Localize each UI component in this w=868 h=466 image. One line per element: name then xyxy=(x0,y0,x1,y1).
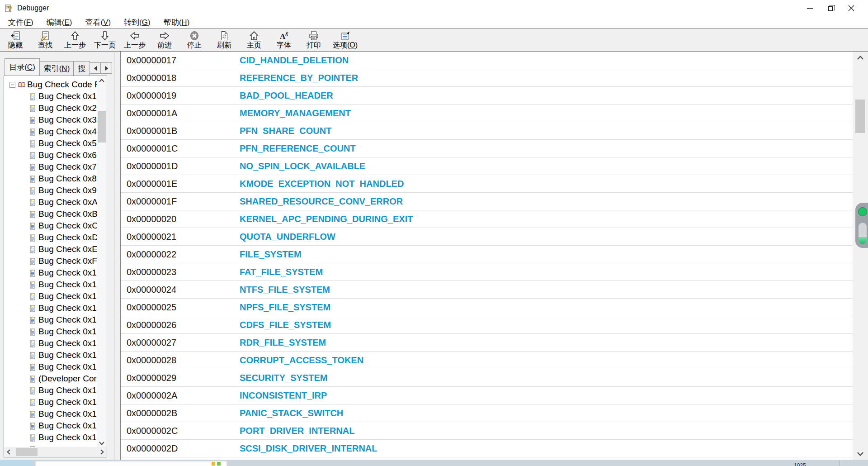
toolbar-button-arrow-down[interactable]: 下一页 xyxy=(92,29,118,51)
tree-scroll-up-button[interactable] xyxy=(97,76,107,85)
bugcheck-name-link[interactable]: SHARED_RESOURCE_CONV_ERROR xyxy=(240,196,403,207)
bugcheck-name-link[interactable]: FAT_FILE_SYSTEM xyxy=(240,267,323,277)
tab-scroll-left-button[interactable] xyxy=(90,62,101,74)
tree-item[interactable]: Bug Check 0xC: M xyxy=(9,220,97,232)
sidebar-tab-3[interactable]: 搜 xyxy=(74,61,90,76)
menu-item-2[interactable]: 编辑(E) xyxy=(42,16,77,29)
bugcheck-name-link[interactable]: KERNEL_APC_PENDING_DURING_EXIT xyxy=(240,214,413,224)
bugcheck-name-link[interactable]: PFN_SHARE_COUNT xyxy=(240,126,331,136)
tree-item[interactable]: Bug Check 0x9: II xyxy=(9,185,97,196)
menu-item-5[interactable]: 帮助(H) xyxy=(159,16,194,29)
bugcheck-name-link[interactable]: NTFS_FILE_SYSTEM xyxy=(240,285,330,295)
toolbar-button-print[interactable]: 打印 xyxy=(301,29,326,51)
tree-item[interactable]: Bug Check 0x7: II xyxy=(9,161,97,173)
tree-item[interactable]: Bug Check 0x3: II xyxy=(9,114,97,126)
tree-item[interactable]: Bug Check 0x1C: xyxy=(9,408,97,420)
tree-item[interactable]: Bug Check 0x1A: xyxy=(9,385,97,396)
tree-item-label: Bug Check 0x1C: xyxy=(38,409,97,419)
bugcheck-name-link[interactable]: BAD_POOL_HEADER xyxy=(240,90,333,101)
tree-horizontal-scrollbar[interactable] xyxy=(4,447,107,457)
bugcheck-name-link[interactable]: PFN_REFERENCE_COUNT xyxy=(240,143,356,154)
restore-button[interactable] xyxy=(820,0,841,16)
toolbar-button-stop[interactable]: 停止 xyxy=(182,29,207,51)
toolbar-button-find[interactable]: 查找 xyxy=(33,29,58,51)
tree-item[interactable]: Bug Check 0x4: II xyxy=(9,126,97,138)
taskbar-search-box[interactable] xyxy=(35,461,227,466)
bugcheck-name-link[interactable]: NO_SPIN_LOCK_AVAILABLE xyxy=(240,161,365,171)
toolbar-button-font[interactable]: AA字体 xyxy=(271,29,297,51)
bugcheck-name-link[interactable]: KMODE_EXCEPTION_NOT_HANDLED xyxy=(240,179,404,189)
menu-item-3[interactable]: 查看(V) xyxy=(80,16,115,29)
taskbar-start-area[interactable] xyxy=(0,460,33,466)
tree-item[interactable]: Bug Check 0xD: M xyxy=(9,232,97,243)
tree-item[interactable]: Bug Check 0x13: xyxy=(9,302,97,314)
tree-item[interactable]: Bug Check 0x11: xyxy=(9,279,97,290)
menu-item-1[interactable]: 文件(F) xyxy=(4,16,38,29)
bugcheck-name-link[interactable]: INCONSISTENT_IRP xyxy=(240,390,327,401)
toolbar-button-options[interactable]: 选项(O) xyxy=(331,29,359,51)
bugcheck-name-link[interactable]: REFERENCE_BY_POINTER xyxy=(240,73,358,83)
toolbar-button-refresh[interactable]: 刷新 xyxy=(212,29,237,51)
tree-item[interactable]: (Developer Conte xyxy=(9,373,97,385)
tree-scroll-left-button[interactable] xyxy=(4,447,13,457)
toolbar-button-arrow-left[interactable]: 上一步 xyxy=(122,29,147,51)
content-scroll-down-button[interactable] xyxy=(853,448,868,460)
pane-splitter[interactable] xyxy=(114,51,120,460)
bugcheck-name-link[interactable]: CORRUPT_ACCESS_TOKEN xyxy=(240,355,363,366)
tab-scroll-right-button[interactable] xyxy=(101,62,112,74)
tree-item[interactable]: Bug Check 0x1E: xyxy=(9,432,97,443)
tree-item[interactable]: Bug Check 0x1: A xyxy=(9,90,97,102)
tree-hscrollbar-thumb[interactable] xyxy=(16,448,38,456)
sidebar-tab-2[interactable]: 索引(N) xyxy=(40,61,74,76)
toolbar-button-label: 打印 xyxy=(307,41,321,49)
tree-item[interactable]: Bug Check 0x18: xyxy=(9,361,97,373)
bugcheck-name-link[interactable]: SECURITY_SYSTEM xyxy=(240,373,327,383)
tree-item[interactable]: Bug Check 0xB: N xyxy=(9,208,97,220)
bugcheck-name-link[interactable]: NPFS_FILE_SYSTEM xyxy=(240,302,330,313)
tree-item[interactable]: Bug Check 0x5: II xyxy=(9,138,97,149)
bugcheck-name-link[interactable]: FILE_SYSTEM xyxy=(240,249,302,260)
side-indicator-widget[interactable] xyxy=(855,203,868,248)
toolbar-button-arrow-right[interactable]: 前进 xyxy=(152,29,177,51)
bugcheck-name-link[interactable]: QUOTA_UNDERFLOW xyxy=(240,232,335,242)
tree-scrollbar-thumb[interactable] xyxy=(98,111,106,143)
close-button[interactable] xyxy=(841,0,862,16)
tree-scroll-down-button[interactable] xyxy=(97,439,107,448)
tree-item[interactable]: Bug Check 0x8: II xyxy=(9,173,97,185)
tree-item[interactable]: Bug Check 0x2: D xyxy=(9,102,97,114)
tree-item[interactable]: Bug Check 0x1D: xyxy=(9,420,97,432)
tree-item[interactable]: Bug Check 0xA: I xyxy=(9,196,97,208)
bugcheck-code: 0x0000001B xyxy=(127,126,240,136)
tree-item[interactable]: Bug Check 0xF: S xyxy=(9,255,97,267)
tree-root-item[interactable]: Bug Check Code Re xyxy=(9,79,97,90)
content-scroll-up-button[interactable] xyxy=(853,52,868,63)
tree-item[interactable]: Bug Check 0x14: xyxy=(9,314,97,326)
tree-item[interactable]: Bug Check 0x12: xyxy=(9,290,97,302)
tree-scroll-right-button[interactable] xyxy=(98,447,107,457)
tree-item[interactable]: Bug Check 0x10: xyxy=(9,267,97,279)
toolbar-button-home[interactable]: 主页 xyxy=(241,29,267,51)
bugcheck-name-link[interactable]: RDR_FILE_SYSTEM xyxy=(240,338,326,348)
content-vertical-scrollbar[interactable] xyxy=(853,52,868,460)
tree-item[interactable]: Bug Check 0xE: N xyxy=(9,243,97,255)
tree-item[interactable]: Bug Check 0x16: xyxy=(9,338,97,349)
menu-item-4[interactable]: 转到(G) xyxy=(119,16,155,29)
bugcheck-name-link[interactable]: MEMORY_MANAGEMENT xyxy=(240,108,351,119)
bugcheck-name-link[interactable]: PORT_DRIVER_INTERNAL xyxy=(240,426,354,436)
tree-item[interactable]: Bug Check 0x6: II xyxy=(9,149,97,161)
toolbar-button-hide-panel[interactable]: 隐藏 xyxy=(3,29,28,51)
bugcheck-name-link[interactable]: SCSI_DISK_DRIVER_INTERNAL xyxy=(240,443,377,454)
minimize-button[interactable] xyxy=(799,0,820,16)
bugcheck-name-link[interactable]: PANIC_STACK_SWITCH xyxy=(240,408,343,418)
content-scrollbar-thumb[interactable] xyxy=(855,100,865,133)
tree-vertical-scrollbar[interactable] xyxy=(97,76,107,448)
tree-collapse-toggle[interactable] xyxy=(9,82,15,88)
tree-item[interactable]: Bug Check 0x1B: xyxy=(9,396,97,408)
toolbar-button-arrow-up[interactable]: 上一步 xyxy=(62,29,88,51)
bugcheck-name-link[interactable]: CDFS_FILE_SYSTEM xyxy=(240,320,331,330)
tree-item[interactable]: Bug Check 0x17: xyxy=(9,349,97,361)
bugcheck-name-link[interactable]: CID_HANDLE_DELETION xyxy=(240,55,349,66)
page-icon xyxy=(29,175,36,182)
tree-item[interactable]: Bug Check 0x15: xyxy=(9,326,97,338)
sidebar-tab-1[interactable]: 目录(C) xyxy=(5,58,40,76)
